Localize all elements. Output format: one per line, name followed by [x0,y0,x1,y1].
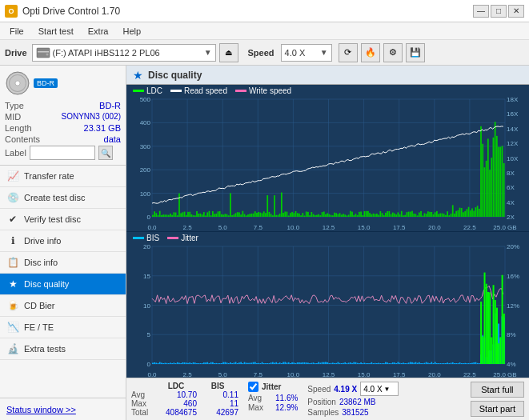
speed-dropdown-chevron: ▼ [384,386,391,393]
settings-button[interactable]: ⚙ [383,43,403,62]
bis-legend-dot [133,237,144,239]
speed-selector[interactable]: 4.0 X ▼ [281,44,332,62]
sidebar-item-verify-test-disc[interactable]: ✔ Verify test disc [0,209,126,230]
avg-bis: 0.11 [197,390,238,399]
speed-dropdown-arrow: ▼ [320,48,328,57]
legend-bis: BIS [133,234,159,242]
legend-ldc: LDC [133,86,162,95]
disc-quality-title: Disc quality [148,70,202,81]
length-label: Length [5,123,32,133]
status-window-button[interactable]: Status window >> [6,405,76,414]
total-bis: 42697 [197,408,238,417]
sidebar-item-disc-info[interactable]: 📋 Disc info [0,252,126,274]
burn-button[interactable]: 🔥 [361,43,380,62]
disc-length-row: Length 23.31 GB [5,123,121,133]
speed-stat-dropdown[interactable]: 4.0 X ▼ [360,382,399,396]
type-value: BD-R [99,101,121,110]
jitter-max-val: 12.9% [275,403,298,412]
jitter-checkbox[interactable] [248,382,258,392]
stats-headers: LDC BIS [131,382,238,390]
total-ldc: 4084675 [155,408,197,417]
eject-button[interactable]: ⏏ [219,43,238,62]
drive-icon [36,46,50,60]
mid-value: SONYNN3 (002) [62,112,121,122]
speed-stat-label: Speed [307,385,331,394]
legend-write-speed: Write speed [235,86,291,95]
contents-value: data [104,134,121,144]
titlebar: O Opti Drive Control 1.70 — □ ✕ [0,0,529,22]
menu-extra[interactable]: Extra [82,26,115,37]
max-label: Max [131,399,155,408]
jitter-avg-label: Avg [248,394,272,402]
create-test-disc-icon: 💿 [6,191,19,204]
avg-row: Avg 10.70 0.11 [131,390,238,399]
speed-stat-val: 4.19 X [334,385,357,394]
sidebar-item-cd-bier[interactable]: 🍺 CD Bier [0,295,126,317]
position-stat-label: Position [307,398,336,406]
position-stat-row: Position 23862 MB [307,398,399,406]
start-full-button[interactable]: Start full [471,382,524,398]
position-stat-val: 23862 MB [339,398,376,406]
verify-test-disc-icon: ✔ [6,213,19,226]
sidebar-item-transfer-rate[interactable]: 📈 Transfer rate [0,166,126,187]
transfer-rate-icon: 📈 [6,170,19,182]
menu-start-test[interactable]: Start test [32,26,80,37]
close-button[interactable]: ✕ [508,5,524,18]
sidebar-label-drive-info: Drive info [24,236,61,246]
main-layout: BD-R Type BD-R MID SONYNN3 (002) Length … [0,66,529,420]
titlebar-left: O Opti Drive Control 1.70 [5,5,120,18]
maximize-button[interactable]: □ [491,5,507,18]
drive-info-icon: ℹ [6,234,19,247]
write-speed-legend-label: Write speed [249,86,291,95]
speed-position-stats: Speed 4.19 X 4.0 X ▼ Position 23862 MB S… [307,382,399,417]
sidebar: BD-R Type BD-R MID SONYNN3 (002) Length … [0,66,126,420]
sidebar-label-cd-bier: CD Bier [24,301,55,310]
svg-point-5 [15,81,20,86]
cd-bier-icon: 🍺 [6,299,19,312]
disc-quality-icon: ★ [6,278,19,290]
label-browse-button[interactable]: 🔍 [98,146,113,160]
speed-stat-row: Speed 4.19 X 4.0 X ▼ [307,382,399,396]
write-speed-legend-dot [235,90,246,92]
sidebar-item-drive-info[interactable]: ℹ Drive info [0,230,126,252]
refresh-button[interactable]: ⟳ [339,43,358,62]
jitter-avg-row: Avg 11.6% [248,394,298,402]
app-icon: O [5,5,18,18]
disc-panel: BD-R Type BD-R MID SONYNN3 (002) Length … [0,66,126,166]
type-label: Type [5,101,24,110]
label-input[interactable] [30,146,95,160]
sidebar-item-create-test-disc[interactable]: 💿 Create test disc [0,187,126,209]
sidebar-item-extra-tests[interactable]: 🔬 Extra tests [0,338,126,360]
save-button[interactable]: 💾 [406,43,425,62]
sidebar-item-fe-te[interactable]: 📉 FE / TE [0,317,126,338]
ldc-chart: LDC Read speed Write speed [126,85,529,232]
total-label: Total [131,408,155,417]
minimize-button[interactable]: — [473,5,489,18]
sidebar-label-disc-quality: Disc quality [24,279,69,289]
max-bis: 11 [197,399,238,408]
total-row: Total 4084675 42697 [131,408,238,417]
disc-image [5,70,30,96]
menu-help[interactable]: Help [116,26,147,37]
drive-label: Drive [5,48,27,58]
contents-label: Contents [5,134,40,144]
jitter-column-header: Jitter [262,382,281,391]
sidebar-label-fe-te: FE / TE [24,322,54,332]
jitter-legend-label: Jitter [181,234,198,242]
status-window-area: Status window >> [0,398,126,420]
menubar: File Start test Extra Help [0,22,529,40]
speed-dropdown-val: 4.0 X [363,385,382,394]
ldc-legend-dot [133,90,144,92]
disc-info-icon: 📋 [6,256,19,269]
disc-quality-header: ★ Disc quality [126,66,529,85]
drive-selector[interactable]: (F:) ATAPI iHBS112 2 PL06 ▼ [32,44,216,62]
avg-label: Avg [131,390,155,399]
fe-te-icon: 📉 [6,321,19,334]
ldc-legend-label: LDC [146,86,162,95]
menu-file[interactable]: File [3,26,30,37]
titlebar-controls: — □ ✕ [473,5,524,18]
start-part-button[interactable]: Start part [471,401,524,417]
disc-mid-row: MID SONYNN3 (002) [5,112,121,122]
jitter-max-label: Max [248,403,272,412]
sidebar-item-disc-quality[interactable]: ★ Disc quality [0,274,126,295]
